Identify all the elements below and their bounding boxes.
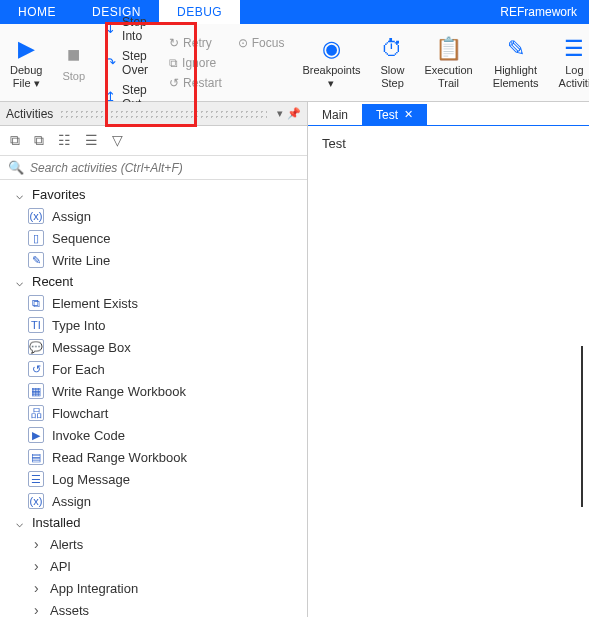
- highlight-icon: ✎: [507, 36, 525, 62]
- log-message-icon: ☰: [28, 471, 44, 487]
- activity-write-range-workbook[interactable]: ▦Write Range Workbook: [0, 380, 307, 402]
- search-icon: 🔍: [8, 160, 24, 175]
- activities-title: Activities: [6, 107, 53, 121]
- breakpoints-button[interactable]: ◉ Breakpoints▾: [292, 24, 370, 101]
- ignore-icon: ⧉: [169, 56, 178, 70]
- log-activities-label: LogActiviti: [559, 64, 589, 88]
- stop-button[interactable]: ■ Stop: [52, 24, 95, 101]
- expand-all-icon[interactable]: ⧉: [10, 132, 20, 149]
- activity-write-line[interactable]: ✎Write Line: [0, 249, 307, 271]
- play-icon: ▶: [18, 36, 35, 62]
- panel-grip: [59, 109, 267, 119]
- filter-icon[interactable]: ▽: [112, 132, 123, 149]
- ribbon-tab-home[interactable]: HOME: [0, 0, 74, 24]
- slow-step-icon: ⏱: [381, 36, 403, 62]
- focus-button[interactable]: ⊙Focus: [238, 36, 285, 50]
- message-box-icon: 💬: [28, 339, 44, 355]
- stop-icon: ■: [67, 42, 80, 68]
- execution-trail-label: ExecutionTrail: [424, 64, 472, 88]
- execution-trail-button[interactable]: 📋 ExecutionTrail: [414, 24, 482, 101]
- retry-button[interactable]: ↻Retry: [169, 36, 222, 50]
- activities-tree: Favorites (x)Assign ▯Sequence ✎Write Lin…: [0, 180, 307, 617]
- designer-canvas[interactable]: Test: [308, 126, 589, 617]
- step-over-icon: ↷: [105, 55, 116, 70]
- slow-step-button[interactable]: ⏱ SlowStep: [371, 24, 415, 101]
- close-tab-icon[interactable]: ✕: [404, 108, 413, 121]
- flowchart-icon: 品: [28, 405, 44, 421]
- restart-icon: ↺: [169, 76, 179, 90]
- read-range-icon: ▤: [28, 449, 44, 465]
- activity-assign-2[interactable]: (x)Assign: [0, 490, 307, 512]
- stop-label: Stop: [62, 70, 85, 82]
- doc-tab-main[interactable]: Main: [308, 104, 362, 125]
- debug-file-label: DebugFile ▾: [10, 64, 42, 88]
- write-line-icon: ✎: [28, 252, 44, 268]
- activity-flowchart[interactable]: 品Flowchart: [0, 402, 307, 424]
- collapse-all-icon[interactable]: ⧉: [34, 132, 44, 149]
- element-exists-icon: ⧉: [28, 295, 44, 311]
- for-each-icon: ↺: [28, 361, 44, 377]
- activity-element-exists[interactable]: ⧉Element Exists: [0, 292, 307, 314]
- search-input[interactable]: [30, 161, 299, 175]
- sequence-icon: ▯: [28, 230, 44, 246]
- highlight-elements-button[interactable]: ✎ HighlightElements: [483, 24, 549, 101]
- log-activities-button[interactable]: ☰ LogActiviti: [549, 24, 589, 101]
- slow-step-label: SlowStep: [381, 64, 405, 88]
- ignore-button[interactable]: ⧉Ignore: [169, 56, 222, 70]
- activity-message-box[interactable]: 💬Message Box: [0, 336, 307, 358]
- canvas-content: Test: [322, 136, 346, 151]
- group-recent[interactable]: Recent: [0, 271, 307, 292]
- step-into-label: Step Into: [122, 15, 151, 43]
- focus-icon: ⊙: [238, 36, 248, 50]
- restart-button[interactable]: ↺Restart: [169, 76, 222, 90]
- installed-assets[interactable]: Assets: [0, 599, 307, 617]
- panel-menu-button[interactable]: ▾: [277, 107, 283, 120]
- canvas-marker: [581, 346, 583, 507]
- group-installed[interactable]: Installed: [0, 512, 307, 533]
- panel-pin-button[interactable]: 📌: [287, 107, 301, 120]
- execution-trail-icon: 📋: [435, 36, 462, 62]
- tree-view-icon[interactable]: ☷: [58, 132, 71, 149]
- step-over-button[interactable]: ↷ Step Over: [105, 49, 151, 77]
- debug-file-button[interactable]: ▶ DebugFile ▾: [0, 24, 52, 101]
- list-view-icon[interactable]: ☰: [85, 132, 98, 149]
- breakpoints-icon: ◉: [322, 36, 341, 62]
- step-over-label: Step Over: [122, 49, 151, 77]
- window-title: REFramework: [500, 0, 589, 24]
- activity-read-range-workbook[interactable]: ▤Read Range Workbook: [0, 446, 307, 468]
- installed-api[interactable]: API: [0, 555, 307, 577]
- installed-app-integration[interactable]: App Integration: [0, 577, 307, 599]
- assign-icon: (x): [28, 208, 44, 224]
- activity-log-message[interactable]: ☰Log Message: [0, 468, 307, 490]
- retry-icon: ↻: [169, 36, 179, 50]
- doc-tab-test[interactable]: Test ✕: [362, 104, 427, 125]
- step-into-icon: ↧: [105, 21, 116, 36]
- invoke-code-icon: ▶: [28, 427, 44, 443]
- installed-alerts[interactable]: Alerts: [0, 533, 307, 555]
- group-favorites[interactable]: Favorites: [0, 184, 307, 205]
- ribbon-tab-debug[interactable]: DEBUG: [159, 0, 240, 24]
- breakpoints-label: Breakpoints▾: [302, 64, 360, 88]
- log-activities-icon: ☰: [564, 36, 584, 62]
- activity-assign[interactable]: (x)Assign: [0, 205, 307, 227]
- activity-for-each[interactable]: ↺For Each: [0, 358, 307, 380]
- assign-icon-2: (x): [28, 493, 44, 509]
- activity-sequence[interactable]: ▯Sequence: [0, 227, 307, 249]
- write-range-icon: ▦: [28, 383, 44, 399]
- highlight-label: HighlightElements: [493, 64, 539, 88]
- step-into-button[interactable]: ↧ Step Into: [105, 15, 151, 43]
- activity-invoke-code[interactable]: ▶Invoke Code: [0, 424, 307, 446]
- activity-type-into[interactable]: TIType Into: [0, 314, 307, 336]
- type-into-icon: TI: [28, 317, 44, 333]
